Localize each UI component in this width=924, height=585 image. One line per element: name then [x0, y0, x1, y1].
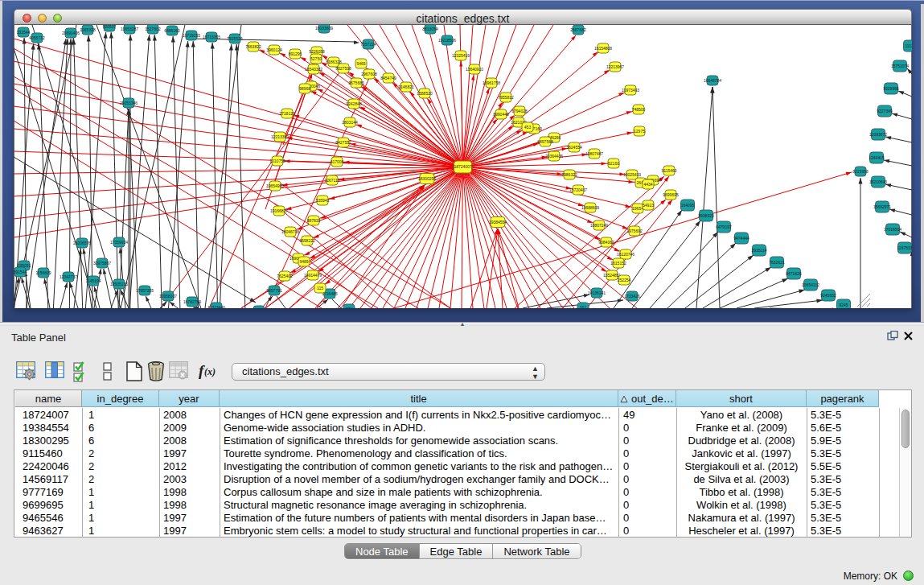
svg-text:9245652: 9245652 [820, 293, 836, 298]
svg-text:9699695: 9699695 [663, 192, 679, 197]
svg-text:12323446: 12323446 [207, 305, 225, 308]
svg-text:417006: 417006 [331, 159, 344, 164]
svg-text:9245: 9245 [839, 303, 848, 307]
svg-text:891295: 891295 [289, 51, 302, 56]
svg-text:9327508: 9327508 [335, 66, 351, 71]
svg-text:10807487: 10807487 [585, 151, 603, 156]
svg-text:10961758: 10961758 [483, 80, 500, 85]
svg-text:6466160: 6466160 [164, 28, 180, 33]
svg-text:16543382: 16543382 [305, 67, 322, 72]
svg-text:7955812: 7955812 [498, 95, 514, 100]
svg-text:16713355: 16713355 [203, 35, 220, 39]
svg-text:14136141: 14136141 [588, 290, 606, 295]
svg-text:748500: 748500 [632, 107, 646, 112]
svg-text:98968: 98968 [299, 86, 310, 91]
svg-text:16120746: 16120746 [617, 252, 634, 257]
svg-text:16782759: 16782759 [183, 299, 201, 304]
svg-text:(x): (x) [204, 366, 216, 377]
svg-text:3624554: 3624554 [566, 145, 582, 150]
svg-text:9857791: 9857791 [266, 288, 282, 293]
svg-text:161: 161 [580, 305, 587, 308]
svg-text:8813054: 8813054 [422, 27, 438, 31]
svg-text:10025433: 10025433 [623, 172, 641, 177]
svg-text:8990448: 8990448 [493, 112, 509, 117]
svg-text:3267110: 3267110 [324, 178, 339, 183]
svg-text:391544: 391544 [14, 270, 27, 274]
svg-text:8471626: 8471626 [786, 271, 802, 276]
svg-text:26206576: 26206576 [73, 241, 91, 245]
svg-text:9084067: 9084067 [598, 240, 614, 245]
svg-text:3698222: 3698222 [299, 238, 315, 243]
svg-text:9489: 9489 [299, 259, 308, 264]
svg-text:10973493: 10973493 [622, 88, 639, 93]
svg-text:12975: 12975 [634, 129, 645, 134]
svg-text:6479197: 6479197 [716, 225, 732, 229]
svg-text:20691406: 20691406 [62, 31, 80, 35]
svg-text:16648784: 16648784 [704, 78, 721, 83]
svg-text:3960124: 3960124 [266, 47, 282, 52]
svg-text:12342737: 12342737 [60, 274, 77, 279]
svg-text:9146821: 9146821 [398, 84, 414, 89]
svg-text:8454749: 8454749 [380, 76, 396, 80]
svg-text:19218506: 19218506 [438, 38, 456, 43]
svg-text:1588520: 1588520 [417, 91, 433, 96]
svg-text:19384554: 19384554 [489, 220, 507, 225]
svg-text:12213369: 12213369 [271, 134, 289, 139]
svg-text:8938923: 8938923 [698, 213, 714, 218]
svg-text:1733426: 1733426 [624, 294, 640, 299]
svg-text:13640910: 13640910 [466, 67, 483, 72]
svg-text:20364436: 20364436 [545, 154, 563, 159]
svg-text:30975867: 30975867 [93, 261, 111, 266]
svg-text:1615152: 1615152 [610, 261, 626, 266]
svg-text:54923: 54923 [643, 203, 654, 208]
svg-text:7515526: 7515526 [227, 36, 243, 41]
svg-text:18724007: 18724007 [454, 164, 471, 169]
svg-text:62160: 62160 [608, 161, 619, 166]
svg-text:5465: 5465 [356, 61, 365, 66]
svg-text:16210643: 16210643 [869, 179, 887, 184]
svg-text:10654112: 10654112 [802, 282, 819, 287]
svg-text:14914479: 14914479 [304, 273, 322, 278]
svg-text:8215958: 8215958 [852, 169, 869, 174]
svg-text:17957255: 17957255 [136, 288, 154, 293]
svg-text:10653287: 10653287 [121, 27, 138, 31]
svg-text:9474444: 9474444 [733, 236, 749, 241]
svg-text:16046738: 16046738 [281, 229, 299, 234]
svg-text:3675685: 3675685 [348, 80, 364, 85]
svg-text:17016504: 17016504 [884, 227, 901, 232]
svg-text:115: 115 [317, 286, 323, 290]
svg-text:9115460: 9115460 [661, 168, 676, 173]
svg-text:18807249: 18807249 [590, 223, 608, 228]
svg-text:7357224: 7357224 [360, 42, 376, 47]
svg-text:2935114: 2935114 [751, 248, 766, 253]
svg-text:9242848: 9242848 [346, 101, 362, 106]
svg-text:164095: 164095 [681, 203, 695, 208]
svg-text:29053346: 29053346 [120, 101, 138, 105]
svg-text:16033809: 16033809 [315, 26, 333, 31]
svg-text:252254: 252254 [618, 278, 631, 282]
svg-text:920537: 920537 [103, 25, 117, 29]
svg-text:887833: 887833 [307, 218, 321, 223]
svg-text:1065328: 1065328 [80, 27, 96, 32]
svg-text:2967608: 2967608 [361, 72, 377, 76]
svg-text:10958107: 10958107 [159, 294, 177, 299]
svg-text:1156829: 1156829 [35, 270, 51, 275]
svg-text:5226058: 5226058 [309, 49, 325, 54]
svg-text:1167533: 1167533 [897, 245, 912, 250]
svg-text:11124: 11124 [905, 43, 912, 48]
svg-text:8427552: 8427552 [335, 140, 351, 145]
svg-text:12505135: 12505135 [110, 282, 128, 286]
svg-text:7986322: 7986322 [561, 172, 577, 177]
svg-text:15692971: 15692971 [873, 204, 891, 209]
svg-text:1975692: 1975692 [626, 229, 643, 233]
svg-text:2718126: 2718126 [279, 111, 295, 116]
svg-text:2803144: 2803144 [342, 120, 358, 125]
svg-text:453: 453 [524, 125, 532, 130]
svg-text:1010755: 1010755 [269, 159, 285, 163]
svg-text:4434: 4434 [643, 182, 652, 187]
svg-text:19166827: 19166827 [270, 208, 288, 213]
svg-text:7632621: 7632621 [769, 260, 785, 265]
svg-text:535943: 535943 [316, 198, 330, 203]
svg-text:18300295: 18300295 [418, 176, 436, 181]
svg-text:331544: 331544 [17, 30, 31, 35]
